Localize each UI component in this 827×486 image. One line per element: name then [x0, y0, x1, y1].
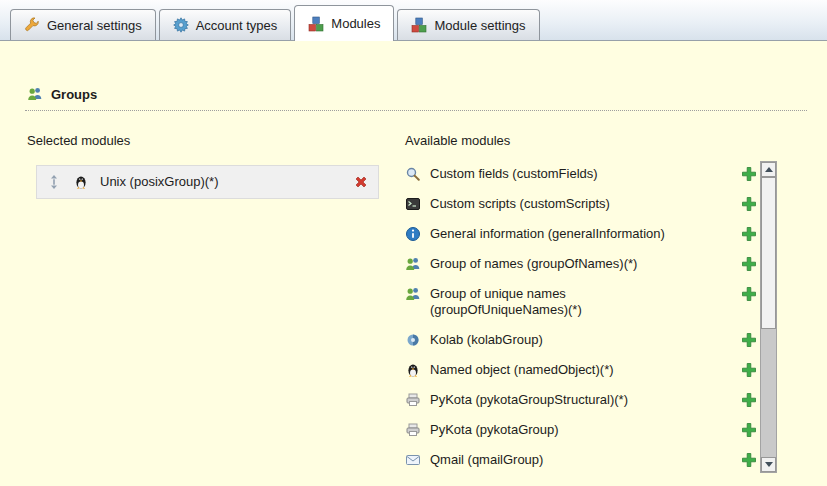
- add-icon: [741, 166, 757, 182]
- content-area: Groups Selected modules Available module…: [0, 41, 827, 486]
- available-module-label: Group of unique names (groupOfUniqueName…: [430, 286, 692, 318]
- tab-module-settings[interactable]: Module settings: [397, 9, 539, 40]
- up-arrow-icon: [765, 167, 773, 172]
- info-icon: [405, 226, 421, 242]
- module-settings-icon: [411, 17, 427, 33]
- section-header: Groups: [27, 86, 97, 102]
- printer-icon: [405, 392, 421, 408]
- scroll-up-button[interactable]: [761, 162, 776, 177]
- available-module-row: General information (generalInformation): [405, 219, 757, 249]
- available-module-label: Group of names (groupOfNames)(*): [430, 256, 637, 272]
- available-module-label: Kolab (kolabGroup): [430, 332, 543, 348]
- add-module-button[interactable]: [741, 196, 757, 212]
- add-module-button[interactable]: [741, 362, 757, 378]
- tux-icon: [405, 362, 421, 378]
- available-module-row: Group of names (groupOfNames)(*): [405, 249, 757, 279]
- mail-icon: [405, 452, 421, 468]
- available-module-row: Kolab (kolabGroup): [405, 325, 757, 355]
- groups-icon: [27, 86, 43, 102]
- drag-handle[interactable]: [46, 174, 62, 190]
- tab-label: General settings: [47, 18, 142, 33]
- available-module-row: Custom fields (customFields): [405, 159, 757, 189]
- add-icon: [741, 196, 757, 212]
- group-icon: [405, 286, 421, 302]
- remove-module-button[interactable]: [353, 174, 369, 190]
- available-module-row: Named object (namedObject)(*): [405, 355, 757, 385]
- tux-icon: [73, 174, 89, 190]
- add-module-button[interactable]: [741, 422, 757, 438]
- add-icon: [741, 452, 757, 468]
- down-arrow-icon: [765, 462, 773, 467]
- scrollbar-thumb[interactable]: [761, 177, 776, 329]
- available-module-row: Qmail (qmailGroup): [405, 445, 757, 475]
- available-module-label: PyKota (pykotaGroupStructural)(*): [430, 392, 628, 408]
- drag-handle-icon: [46, 174, 62, 190]
- tab-label: Account types: [196, 18, 278, 33]
- available-module-label: Qmail (qmailGroup): [430, 452, 543, 468]
- available-modules-scrollbar[interactable]: [760, 161, 777, 473]
- available-module-row: Group of unique names (groupOfUniqueName…: [405, 279, 757, 325]
- available-module-row: PyKota (pykotaGroupStructural)(*): [405, 385, 757, 415]
- available-module-row: PyKota (pykotaGroup): [405, 415, 757, 445]
- add-module-button[interactable]: [741, 452, 757, 468]
- selected-modules-heading: Selected modules: [27, 133, 130, 148]
- available-module-label: Custom scripts (customScripts): [430, 196, 610, 212]
- add-module-button[interactable]: [741, 226, 757, 242]
- add-icon: [741, 226, 757, 242]
- section-title: Groups: [51, 87, 97, 102]
- add-icon: [741, 422, 757, 438]
- magnifier-icon: [405, 166, 421, 182]
- terminal-icon: [405, 196, 421, 212]
- printer-icon: [405, 422, 421, 438]
- tab-label: Modules: [331, 16, 380, 31]
- tab-bar: General settingsAccount typesModulesModu…: [0, 0, 827, 41]
- add-module-button[interactable]: [741, 332, 757, 348]
- selected-modules-list: Unix (posixGroup)(*): [36, 165, 379, 199]
- add-module-button[interactable]: [741, 256, 757, 272]
- add-icon: [741, 392, 757, 408]
- available-module-label: General information (generalInformation): [430, 226, 665, 242]
- available-module-row: Custom scripts (customScripts): [405, 189, 757, 219]
- add-module-button[interactable]: [741, 392, 757, 408]
- add-module-button[interactable]: [741, 166, 757, 182]
- scroll-down-button[interactable]: [761, 457, 776, 472]
- add-icon: [741, 286, 757, 302]
- add-icon: [741, 332, 757, 348]
- available-module-label: Named object (namedObject)(*): [430, 362, 614, 378]
- tab-label: Module settings: [434, 18, 525, 33]
- selected-module-row: Unix (posixGroup)(*): [36, 165, 379, 199]
- divider: [25, 110, 807, 111]
- tab-account-types[interactable]: Account types: [159, 9, 292, 40]
- available-module-label: Custom fields (customFields): [430, 166, 598, 182]
- add-icon: [741, 256, 757, 272]
- gear-icon: [173, 17, 189, 33]
- available-module-label: PyKota (pykotaGroup): [430, 422, 559, 438]
- group-icon: [405, 256, 421, 272]
- modules-icon: [308, 16, 324, 32]
- tab-general-settings[interactable]: General settings: [10, 9, 156, 40]
- add-module-button[interactable]: [741, 286, 757, 302]
- add-icon: [741, 362, 757, 378]
- remove-icon: [353, 174, 369, 190]
- kolab-icon: [405, 332, 421, 348]
- available-modules-list: Custom fields (customFields)Custom scrip…: [405, 159, 757, 475]
- wrench-icon: [24, 17, 40, 33]
- selected-module-label: Unix (posixGroup)(*): [100, 174, 218, 190]
- available-modules-heading: Available modules: [405, 133, 510, 148]
- lam-configuration-page: General settingsAccount typesModulesModu…: [0, 0, 827, 486]
- tab-modules[interactable]: Modules: [294, 5, 394, 41]
